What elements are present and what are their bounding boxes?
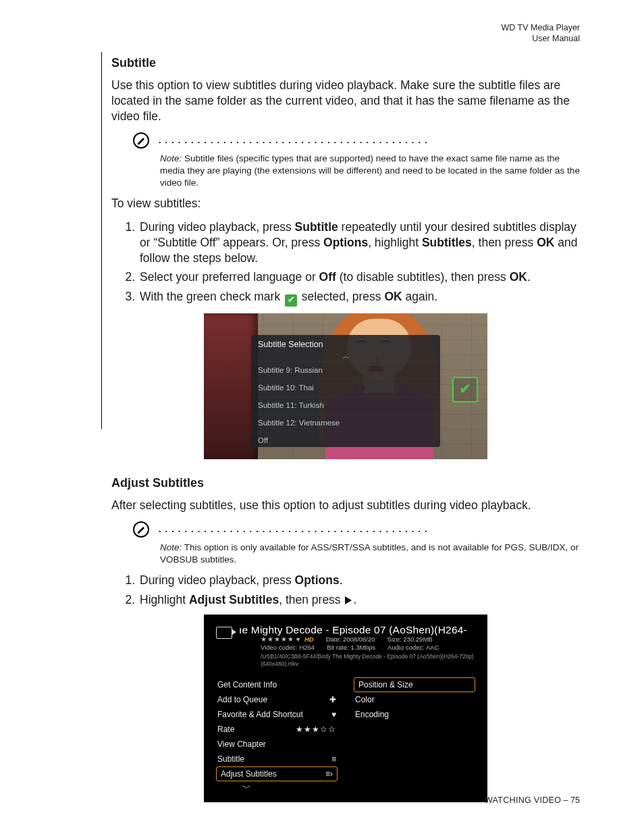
- subtitle-option[interactable]: Subtitle 12: Vietnamese: [251, 414, 440, 432]
- heart-icon: ♥: [331, 710, 336, 721]
- chevron-up-icon[interactable]: ︿: [251, 353, 440, 361]
- menu-item-color[interactable]: Color: [354, 692, 475, 707]
- margin-rule: [101, 52, 102, 429]
- background-left: [204, 313, 258, 459]
- plus-icon: ✚: [329, 695, 336, 706]
- subtitle-option[interactable]: Off: [251, 432, 440, 447]
- meta-row-1: ★★★★★ ♥ HD Date: 2008/08/20 Size: 230.29…: [261, 635, 475, 644]
- subtitle-step-2: Select your preferred language or Off (t…: [138, 269, 580, 285]
- figure-subtitle-selection: Subtitle Selection ︿ Subtitle 9: Russian…: [204, 313, 487, 459]
- check-icon: ✔: [285, 294, 297, 307]
- video-icon: [216, 627, 232, 639]
- meta-row-2: Video codec: H264 Bit rate: 1.3Mbps Audi…: [261, 644, 475, 652]
- subtitle-step-1: During video playback, press Subtitle re…: [138, 219, 580, 265]
- note-lead: Note:: [160, 542, 182, 552]
- menu-item-favorite[interactable]: Favorite & Add Shortcut♥: [216, 707, 338, 722]
- subtitle-intro: Use this option to view subtitles during…: [111, 78, 580, 124]
- menu-item-rate[interactable]: Rate★★★☆☆: [216, 722, 338, 737]
- options-right-column: Position & Size Color Encoding: [354, 677, 475, 794]
- options-left-column: Get Content Info Add to Queue✚ Favorite …: [216, 677, 338, 794]
- play-icon: [345, 596, 352, 604]
- menu-item-encoding[interactable]: Encoding: [354, 707, 475, 722]
- lines-icon: ≡: [331, 754, 336, 765]
- lines-arrow-icon: ≡›: [325, 769, 333, 780]
- subtitle-option[interactable]: Subtitle 11: Turkish: [251, 396, 440, 414]
- menu-item-get-content-info[interactable]: Get Content Info: [216, 677, 338, 692]
- adjust-intro: After selecting subtitles, use this opti…: [111, 498, 580, 513]
- confirm-check-button[interactable]: ✔: [452, 377, 478, 402]
- adjust-note: Note: This option is only available for …: [160, 542, 580, 566]
- note-body: Subtitle files (specific types that are …: [160, 153, 580, 188]
- note-block: ........................................…: [133, 521, 580, 538]
- rating-stars: ★★★★★: [261, 635, 294, 643]
- hd-badge: HD: [304, 635, 314, 643]
- rate-stars: ★★★☆☆: [296, 725, 336, 735]
- menu-item-position-size[interactable]: Position & Size: [354, 677, 475, 692]
- pencil-icon: [133, 521, 149, 538]
- note-block: ........................................…: [133, 132, 580, 149]
- note-dots: ........................................…: [159, 521, 431, 538]
- header-line1: WD TV Media Player: [502, 23, 580, 34]
- file-path: /USB1/40/C3B8-5F44/Birdy The Mighty Deco…: [261, 653, 475, 668]
- to-view-subtitles: To view subtitles:: [111, 196, 580, 211]
- chevron-down-icon[interactable]: ﹀: [216, 783, 277, 794]
- subtitle-steps: During video playback, press Subtitle re…: [111, 219, 580, 306]
- menu-item-add-to-queue[interactable]: Add to Queue✚: [216, 692, 338, 707]
- running-header: WD TV Media Player User Manual: [502, 23, 580, 44]
- menu-item-view-chapter[interactable]: View Chapter: [216, 737, 338, 752]
- note-body: This option is only available for ASS/SR…: [160, 542, 579, 565]
- menu-item-subtitle[interactable]: Subtitle≡: [216, 752, 338, 766]
- adjust-step-1: During video playback, press Options.: [138, 573, 580, 588]
- note-dots: ........................................…: [159, 132, 431, 149]
- note-lead: Note:: [160, 153, 182, 163]
- subtitle-selection-panel[interactable]: Subtitle Selection ︿ Subtitle 9: Russian…: [251, 335, 440, 447]
- subtitle-step-3: With the green check mark ✔ selected, pr…: [138, 289, 580, 306]
- footer-page: 75: [570, 796, 580, 805]
- adjust-step-2: Highlight Adjust Subtitles, then press .: [138, 592, 580, 608]
- footer-section: WATCHING VIDEO: [485, 796, 561, 805]
- heading-subtitle: Subtitle: [111, 55, 580, 71]
- video-title: ıe Mighty Decode - Episode 07 (AoShen)(H…: [239, 624, 475, 635]
- subtitle-option[interactable]: Subtitle 10: Thai: [251, 379, 440, 396]
- adjust-steps: During video playback, press Options. Hi…: [111, 573, 580, 608]
- header-line2: User Manual: [502, 34, 580, 45]
- panel-title: Subtitle Selection: [251, 335, 440, 353]
- subtitle-note: Note: Subtitle files (specific types tha…: [160, 153, 580, 190]
- heart-icon: ♥: [296, 635, 300, 643]
- pencil-icon: [133, 132, 149, 149]
- heading-adjust-subtitles: Adjust Subtitles: [111, 475, 580, 491]
- page-footer: WATCHING VIDEO – 75: [485, 795, 580, 806]
- subtitle-option[interactable]: Subtitle 9: Russian: [251, 361, 440, 379]
- figure-options-menu: ıe Mighty Decode - Episode 07 (AoShen)(H…: [204, 615, 487, 803]
- menu-item-adjust-subtitles[interactable]: Adjust Subtitles≡›: [216, 766, 338, 781]
